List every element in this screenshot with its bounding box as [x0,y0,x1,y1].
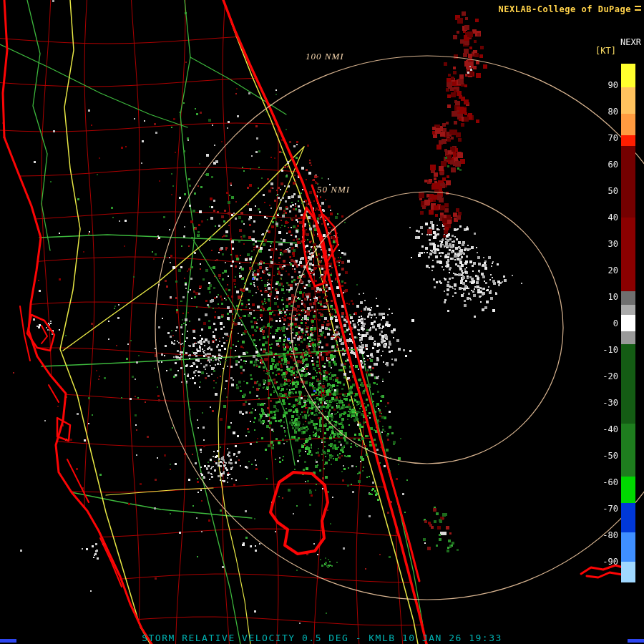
radar-display: NEXLAB-College of DuPage NEXR [KT] 90807… [0,0,644,644]
colorbar-tick-label: 80 [608,107,618,117]
colorbar-segment [621,218,635,292]
colorbar-segment [621,477,635,503]
frame-bar-right [628,639,644,643]
colorbar-segment [621,64,635,87]
colorbar-segment [621,344,635,424]
colorbar-tick-label: 90 [608,80,618,90]
colorbar-segment [621,135,635,146]
colorbar-segment [621,315,635,331]
colorbar-segment [621,503,635,532]
colorbar-tick-label: 10 [608,292,618,302]
colorbar-tick-label: 30 [608,239,618,249]
colorbar-tick-label: 70 [608,133,618,143]
colorbar-segment [621,331,635,345]
colorbar-tick-label: 40 [608,213,618,223]
colorbar-segment [621,532,635,562]
colorbar-tick-label: -50 [602,451,618,461]
radar-map-canvas[interactable] [0,0,644,644]
colorbar-segment [621,87,635,114]
colorbar-tick-label: -70 [602,504,618,514]
range-ring-label-50nmi: 50 NMI [317,184,350,195]
colorbar-tick-label: 0 [613,318,618,328]
colorbar-segment [621,562,635,583]
cod-logo-icon [635,6,641,13]
legend-product-label: NEXR [620,37,641,47]
colorbar-segment [621,424,635,477]
colorbar-tick-label: -80 [602,530,618,540]
colorbar-tick-label: -20 [602,371,618,381]
range-ring-label-100nmi: 100 NMI [306,51,344,62]
frame-bar-left [0,639,16,643]
colorbar-tick-label: -40 [602,424,618,434]
colorbar-segment [621,146,635,218]
product-caption: STORM RELATIVE VELOCITY 0.5 DEG - KMLB 1… [0,633,644,643]
colorbar-segment [621,114,635,135]
colorbar-segment [621,305,635,316]
colorbar-tick-label: -30 [602,398,618,408]
page-title: NEXLAB-College of DuPage [499,4,631,14]
legend-units-label: [KT] [595,46,616,56]
colorbar-tick-label: 50 [608,186,618,196]
colorbar-tick-label: -90 [602,557,618,567]
colorbar-tick-label: 60 [608,160,618,170]
colorbar-tick-label: -60 [602,477,618,487]
colorbar-tick-label: 20 [608,265,618,275]
colorbar-tick-label: -10 [602,345,618,355]
velocity-colorbar [621,64,635,582]
colorbar-segment [621,291,635,305]
